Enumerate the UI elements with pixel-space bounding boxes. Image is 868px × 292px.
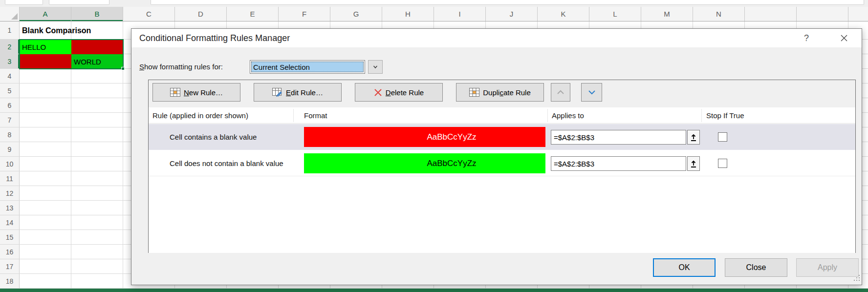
row-header-4[interactable]: 4 — [0, 69, 20, 83]
edit-rule-button[interactable]: Edit Rule… — [254, 83, 342, 102]
header-separator — [293, 109, 294, 122]
show-rules-dropdown-arrow[interactable] — [368, 60, 383, 74]
dialog-close-button[interactable] — [837, 31, 851, 45]
help-button[interactable]: ? — [799, 31, 814, 45]
close-icon — [841, 35, 847, 42]
column-header-e[interactable]: E — [227, 7, 279, 21]
edit-rule-pencil-icon — [272, 88, 282, 97]
chevron-down-icon — [372, 63, 379, 70]
row-header-7[interactable]: 7 — [0, 113, 20, 127]
column-header-n[interactable]: N — [693, 7, 745, 21]
row-header-3[interactable]: 3 — [0, 54, 20, 68]
row-header-13[interactable]: 13 — [0, 201, 20, 215]
row-header-9[interactable]: 9 — [0, 142, 20, 156]
column-header-j[interactable]: J — [486, 7, 538, 21]
applies-to-input[interactable] — [551, 130, 686, 145]
column-header-m[interactable]: M — [641, 7, 693, 21]
delete-rule-button[interactable]: Delete Rule — [355, 83, 443, 102]
select-all-corner[interactable] — [0, 7, 20, 21]
collapse-range-icon — [690, 133, 697, 142]
dialog-title-bar[interactable]: Conditional Formatting Rules Manager — [131, 29, 862, 47]
cell-a1[interactable]: Blank Comparison — [22, 21, 149, 40]
delete-x-icon — [374, 88, 382, 97]
rule-format-preview: AaBbCcYyZz — [304, 127, 545, 147]
rules-frame: New Rule… Edit Rule… Delete Rule Duplica… — [148, 80, 856, 253]
rules-list: Rule (applied in order shown) Format App… — [149, 107, 855, 253]
row-header-6[interactable]: 6 — [0, 98, 20, 112]
applies-to-input[interactable] — [551, 156, 686, 171]
rule-format-preview: AaBbCcYyZz — [304, 153, 545, 173]
row-header-8[interactable]: 8 — [0, 127, 20, 142]
excel-window: A B C D E F G H I J K L M N 1 2 3 4 5 6 … — [0, 0, 868, 292]
column-header-b[interactable]: B — [71, 7, 123, 21]
row-header-15[interactable]: 15 — [0, 230, 20, 244]
selection-border — [19, 39, 124, 69]
new-rule-label: New Rule… — [184, 88, 223, 97]
row-header-10[interactable]: 10 — [0, 157, 20, 171]
help-icon: ? — [804, 33, 809, 43]
column-header-h[interactable]: H — [382, 7, 434, 21]
name-box[interactable] — [5, 0, 43, 5]
header-rule: Rule (applied in order shown) — [152, 107, 248, 124]
row-header-5[interactable]: 5 — [0, 83, 20, 98]
select-all-triangle-icon — [11, 13, 18, 20]
rule-name: Cell contains a blank value — [170, 124, 257, 150]
column-header-f[interactable]: F — [279, 7, 330, 21]
formula-bar-sliver — [0, 0, 868, 7]
row-header-2[interactable]: 2 — [0, 40, 20, 54]
row-header-1[interactable]: 1 — [0, 21, 20, 39]
show-rules-label: Show formatting rules for: — [139, 60, 223, 74]
bottom-accent-bar — [0, 289, 868, 292]
column-header-l[interactable]: L — [589, 7, 641, 21]
formula-input[interactable] — [151, 0, 864, 5]
chevron-up-icon — [556, 89, 565, 95]
stop-if-true-checkbox[interactable] — [718, 132, 727, 142]
column-header-filler — [745, 7, 868, 21]
conditional-formatting-rules-manager-dialog: Conditional Formatting Rules Manager ? S… — [131, 28, 862, 285]
collapse-range-icon — [690, 160, 697, 168]
column-header-g[interactable]: G — [330, 7, 382, 21]
fill-handle[interactable] — [121, 67, 125, 70]
ok-button[interactable]: OK — [653, 258, 716, 277]
row-header-14[interactable]: 14 — [0, 215, 20, 229]
header-separator — [547, 109, 548, 122]
row-header-17[interactable]: 17 — [0, 259, 20, 273]
row-header-16[interactable]: 16 — [0, 245, 20, 259]
duplicate-rule-button[interactable]: Duplicate Rule — [456, 83, 544, 102]
rule-name: Cell does not contain a blank value — [170, 150, 283, 176]
rule-row-blank[interactable]: Cell contains a blank value AaBbCcYyZz — [149, 124, 855, 150]
row-header-11[interactable]: 11 — [0, 171, 20, 186]
rules-list-header: Rule (applied in order shown) Format App… — [149, 107, 855, 124]
new-rule-table-icon — [170, 88, 180, 97]
dialog-title: Conditional Formatting Rules Manager — [139, 29, 290, 47]
apply-button[interactable]: Apply — [796, 258, 859, 277]
column-header-k[interactable]: K — [538, 7, 589, 21]
show-rules-selected-value: Current Selection — [251, 62, 364, 72]
duplicate-rule-label: Duplicate Rule — [483, 88, 531, 97]
close-button[interactable]: Close — [725, 258, 787, 277]
fx-box[interactable] — [49, 0, 109, 5]
column-header-i[interactable]: I — [434, 7, 486, 21]
stop-if-true-checkbox[interactable] — [718, 159, 727, 168]
header-separator — [701, 109, 702, 122]
delete-rule-label: Delete Rule — [386, 88, 424, 97]
edit-rule-label: Edit Rule… — [286, 88, 323, 97]
column-header-c[interactable]: C — [123, 7, 175, 21]
move-rule-down-button[interactable] — [581, 83, 602, 102]
row-header-18[interactable]: 18 — [0, 274, 20, 288]
header-stop-if-true: Stop If True — [706, 107, 744, 124]
chevron-down-icon — [587, 89, 596, 95]
show-rules-dropdown[interactable]: Current Selection — [250, 60, 365, 74]
column-header-a[interactable]: A — [20, 7, 71, 21]
header-format: Format — [304, 107, 327, 124]
header-applies-to: Applies to — [552, 107, 584, 124]
new-rule-button[interactable]: New Rule… — [152, 83, 240, 102]
column-header-d[interactable]: D — [175, 7, 227, 21]
row-header-12[interactable]: 12 — [0, 186, 20, 200]
duplicate-rule-table-icon — [469, 88, 479, 97]
collapse-dialog-button[interactable] — [687, 156, 700, 171]
move-rule-up-button[interactable] — [551, 83, 570, 102]
resize-grip[interactable] — [854, 275, 861, 282]
collapse-dialog-button[interactable] — [687, 130, 700, 145]
rule-row-not-blank[interactable]: Cell does not contain a blank value AaBb… — [149, 150, 855, 176]
